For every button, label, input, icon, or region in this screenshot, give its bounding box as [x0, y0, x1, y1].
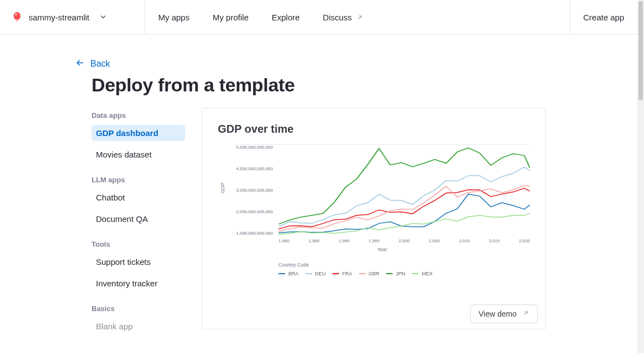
sidebar-item-gdp-dashboard[interactable]: GDP dashboard: [92, 125, 185, 141]
legend-label: FRA: [342, 271, 352, 276]
scrollbar-track[interactable]: [637, 0, 644, 353]
scrollbar-thumb[interactable]: [638, 1, 643, 100]
series-MEX: [278, 213, 530, 234]
y-tick: 1,000,000,000,000: [234, 231, 275, 236]
nav-discuss[interactable]: Discuss: [323, 13, 364, 22]
legend-label: BRA: [288, 271, 299, 276]
x-tick: 2,010: [459, 238, 470, 243]
group-llm-apps: LLM apps: [92, 176, 185, 184]
create-app-wrap: Create app: [570, 0, 637, 34]
sidebar-item-document-qa[interactable]: Document QA: [92, 211, 185, 227]
x-tick: 2,015: [489, 238, 500, 243]
legend-item: FRA: [332, 271, 352, 276]
external-link-icon: [522, 309, 529, 318]
x-tick: 2,020: [519, 238, 530, 243]
primary-nav: My apps My profile Explore Discuss: [145, 0, 377, 34]
series-GBR: [278, 186, 530, 232]
group-basics: Basics: [92, 305, 185, 313]
legend-item: BRA: [278, 271, 299, 276]
back-link[interactable]: Back: [75, 58, 546, 70]
legend-item: DEU: [305, 271, 326, 276]
legend-swatch: [412, 273, 418, 274]
legend-item: MEX: [412, 271, 433, 276]
chart-ylabel: GDP: [220, 182, 226, 193]
create-app-link[interactable]: Create app: [583, 13, 624, 22]
preview-title: GDP over time: [218, 123, 530, 135]
chevron-down-icon: [99, 13, 107, 21]
nav-discuss-label: Discuss: [323, 13, 352, 22]
page-title: Deploy from a template: [92, 74, 546, 96]
legend-item: JPN: [386, 271, 405, 276]
series-DEU: [278, 167, 530, 227]
external-link-icon: [356, 14, 363, 21]
x-tick: 1,980: [278, 238, 289, 243]
x-tick: 2,005: [428, 238, 439, 243]
workspace-name: sammy-streamlit: [29, 13, 89, 22]
nav-my-profile[interactable]: My profile: [213, 13, 249, 22]
workspace-switcher[interactable]: sammy-streamlit: [0, 0, 145, 34]
legend-swatch: [386, 273, 393, 274]
x-tick: 1,995: [368, 238, 379, 243]
view-demo-button[interactable]: View demo: [470, 305, 538, 323]
sidebar-item-support-tickets[interactable]: Support tickets: [92, 254, 185, 270]
nav-my-apps[interactable]: My apps: [158, 13, 190, 22]
y-tick: 3,000,000,000,000: [234, 188, 275, 193]
gdp-chart: GDP 5,000,000,000,0004,000,000,000,0003,…: [234, 144, 530, 252]
sidebar-item-movies-dataset[interactable]: Movies dataset: [92, 146, 185, 162]
balloon-icon: [12, 11, 22, 23]
arrow-left-icon: [75, 58, 85, 70]
y-tick: 2,000,000,000,000: [234, 209, 275, 214]
x-tick: 1,985: [308, 238, 319, 243]
legend-item: GBR: [359, 271, 380, 276]
y-tick: 5,000,000,000,000: [234, 145, 275, 150]
legend-swatch: [305, 273, 312, 274]
legend-swatch: [278, 273, 285, 274]
legend-label: JPN: [396, 271, 405, 276]
legend-title: Country Code: [278, 262, 530, 268]
legend-label: GBR: [369, 271, 380, 276]
sidebar-item-inventory-tracker[interactable]: Inventory tracker: [92, 275, 185, 291]
template-sidebar: Data apps GDP dashboard Movies dataset L…: [92, 108, 185, 334]
series-BRA: [278, 194, 530, 232]
y-tick: 4,000,000,000,000: [234, 166, 275, 171]
group-data-apps: Data apps: [92, 111, 185, 120]
view-demo-label: View demo: [479, 309, 517, 318]
legend-label: DEU: [315, 271, 326, 276]
chart-xlabel: Year: [234, 247, 530, 252]
legend-label: MEX: [422, 271, 433, 276]
series-JPN: [278, 148, 530, 225]
legend-swatch: [332, 273, 339, 274]
x-tick: 2,000: [399, 238, 410, 243]
nav-explore[interactable]: Explore: [272, 13, 300, 22]
legend-swatch: [359, 273, 366, 274]
svg-point-0: [14, 12, 21, 20]
sidebar-item-blank-app[interactable]: Blank app: [92, 318, 185, 334]
template-preview: GDP over time GDP 5,000,000,000,0004,000…: [202, 108, 546, 329]
x-tick: 1,990: [339, 238, 350, 243]
svg-point-1: [15, 13, 17, 15]
sidebar-item-chatbot[interactable]: Chatbot: [92, 189, 185, 205]
chart-legend: Country Code BRADEUFRAGBRJPNMEX: [278, 262, 530, 276]
top-header: sammy-streamlit My apps My profile Explo…: [0, 0, 637, 35]
back-text: Back: [90, 59, 110, 69]
group-tools: Tools: [92, 240, 185, 248]
